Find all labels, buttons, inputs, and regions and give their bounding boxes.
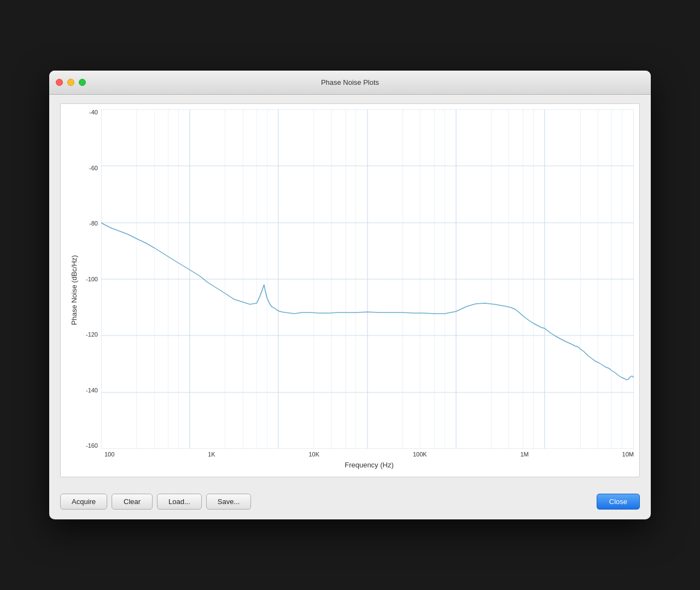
maximize-traffic-light[interactable] bbox=[79, 79, 86, 86]
ytick-5: -120 bbox=[86, 332, 98, 338]
xtick-100k: 100K bbox=[413, 451, 427, 458]
ytick-1: -40 bbox=[89, 109, 98, 115]
y-axis-label: Phase Noise (dBc/Hz) bbox=[66, 109, 79, 471]
toolbar: Acquire Clear Load... Save... Close bbox=[49, 486, 651, 519]
xtick-10k: 10K bbox=[308, 451, 319, 458]
ytick-4: -100 bbox=[86, 276, 98, 282]
plot-and-yticks: -40 -60 -80 -100 -120 -140 -160 bbox=[79, 109, 634, 449]
ytick-2: -60 bbox=[89, 165, 98, 171]
ytick-7: -160 bbox=[86, 443, 98, 449]
x-axis-area: 100 1K 10K 100K 1M 10M Frequency (Hz) bbox=[79, 449, 634, 471]
minimize-traffic-light[interactable] bbox=[67, 79, 74, 86]
xtick-10m: 10M bbox=[622, 451, 634, 458]
load-button[interactable]: Load... bbox=[157, 494, 202, 510]
yticks: -40 -60 -80 -100 -120 -140 -160 bbox=[79, 109, 101, 449]
ytick-6: -140 bbox=[86, 387, 98, 394]
close-button[interactable]: Close bbox=[597, 494, 640, 510]
acquire-button[interactable]: Acquire bbox=[60, 494, 107, 510]
xtick-1m: 1M bbox=[520, 451, 528, 458]
save-button[interactable]: Save... bbox=[206, 494, 251, 510]
plot-area bbox=[101, 109, 634, 449]
xtick-100: 100 bbox=[104, 451, 114, 458]
ytick-3: -80 bbox=[89, 221, 98, 227]
x-axis-label: Frequency (Hz) bbox=[104, 458, 634, 471]
xticks: 100 1K 10K 100K 1M 10M bbox=[104, 449, 634, 458]
chart-container: Phase Noise (dBc/Hz) -40 -60 -80 -100 -1… bbox=[60, 103, 640, 477]
window-title: Phase Noise Plots bbox=[321, 78, 379, 86]
traffic-lights bbox=[56, 79, 86, 86]
chart-svg bbox=[101, 109, 634, 449]
close-traffic-light[interactable] bbox=[56, 79, 63, 86]
chart-inner: -40 -60 -80 -100 -120 -140 -160 bbox=[79, 109, 634, 471]
window-content: Phase Noise (dBc/Hz) -40 -60 -80 -100 -1… bbox=[49, 95, 651, 486]
titlebar: Phase Noise Plots bbox=[49, 71, 651, 95]
chart-area: Phase Noise (dBc/Hz) -40 -60 -80 -100 -1… bbox=[66, 109, 634, 471]
xtick-1k: 1K bbox=[208, 451, 215, 458]
main-window: Phase Noise Plots Phase Noise (dBc/Hz) -… bbox=[49, 71, 651, 519]
clear-button[interactable]: Clear bbox=[112, 494, 153, 510]
